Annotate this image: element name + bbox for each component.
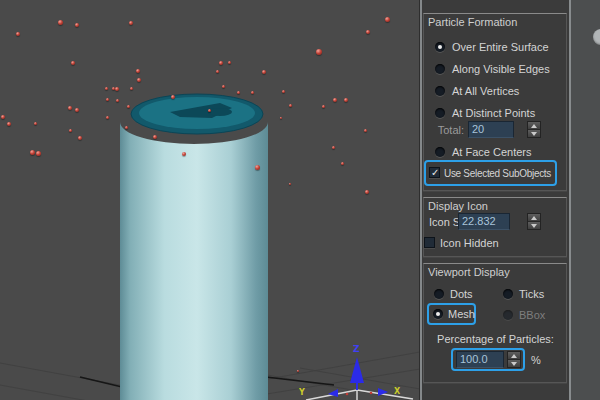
- radio-icon: [435, 108, 445, 118]
- particle: [237, 91, 240, 94]
- radio-icon: [435, 42, 445, 52]
- radio-label: At Distinct Points: [452, 107, 535, 119]
- radio-label: At All Vertices: [452, 85, 519, 97]
- particle: [129, 21, 133, 25]
- particle: [322, 105, 325, 108]
- particle: [75, 23, 79, 27]
- spinner-up[interactable]: [508, 352, 520, 359]
- particle: [332, 146, 335, 149]
- particle: [255, 165, 260, 170]
- spinner-up[interactable]: [528, 122, 540, 129]
- particle: [71, 61, 75, 65]
- particle: [341, 162, 344, 165]
- percentage-field[interactable]: 100.0: [456, 351, 504, 368]
- particle: [112, 87, 115, 90]
- particle: [106, 98, 109, 101]
- icon-size-spinner[interactable]: [527, 213, 541, 230]
- particle: [282, 90, 285, 93]
- particle: [127, 105, 130, 108]
- particle: [16, 32, 20, 36]
- particle: [125, 126, 128, 129]
- total-field[interactable]: 20: [468, 121, 514, 138]
- particles-layer: [0, 0, 420, 400]
- particle: [182, 152, 186, 156]
- total-label: Total:: [432, 124, 464, 136]
- particle: [137, 78, 141, 82]
- group-title: Display Icon: [428, 200, 488, 212]
- radio-icon: [503, 310, 513, 320]
- viewport-3d[interactable]: Z Y X: [0, 0, 420, 400]
- particle: [106, 116, 109, 119]
- group-title: Viewport Display: [428, 266, 510, 278]
- radio-label: At Face Centers: [452, 146, 531, 158]
- particle: [208, 109, 211, 112]
- particle: [219, 61, 223, 65]
- particle: [36, 151, 41, 156]
- group-title: Particle Formation: [428, 16, 517, 28]
- checkbox-label: Use Selected SubObjects: [444, 168, 551, 180]
- radio-icon: [434, 289, 444, 299]
- radio-icon: [503, 289, 513, 299]
- percent-sign: %: [531, 354, 541, 366]
- radio-icon: [435, 147, 445, 157]
- particle: [1, 115, 5, 119]
- particle: [153, 135, 157, 139]
- checkbox-label: Icon Hidden: [440, 237, 499, 249]
- particle: [69, 129, 72, 132]
- particle: [130, 87, 133, 90]
- particle: [289, 183, 291, 185]
- particle: [251, 91, 254, 94]
- checkbox-icon: [429, 167, 440, 178]
- particle: [333, 98, 337, 102]
- spinner-down[interactable]: [528, 129, 540, 137]
- particle: [34, 122, 37, 125]
- radio-icon: [433, 309, 443, 319]
- particle: [216, 70, 219, 73]
- particle: [364, 129, 367, 132]
- checkbox-icon: [424, 237, 435, 248]
- particle: [105, 87, 108, 90]
- radio-label: Over Entire Surface: [452, 41, 549, 53]
- particle: [289, 104, 292, 107]
- particle: [316, 49, 322, 55]
- particle: [116, 99, 119, 102]
- spinner-down[interactable]: [508, 359, 520, 367]
- particle: [136, 69, 140, 73]
- particle: [7, 122, 11, 126]
- icon-size-field[interactable]: 22.832: [458, 213, 510, 230]
- percentage-of-particles-label: Percentage of Particles:: [423, 333, 568, 345]
- radio-label: Ticks: [519, 288, 544, 300]
- particle: [171, 95, 175, 99]
- particle: [365, 190, 369, 194]
- particle: [30, 150, 35, 155]
- radio-label: Mesh: [448, 308, 475, 320]
- percentage-spinner[interactable]: [507, 351, 521, 368]
- spinner-up[interactable]: [528, 214, 540, 221]
- radio-label: Along Visible Edges: [452, 63, 550, 75]
- particle: [228, 61, 231, 64]
- particle: [262, 70, 266, 74]
- panel-right-gutter: [571, 0, 600, 400]
- particle: [366, 30, 370, 34]
- particle: [297, 370, 299, 372]
- radio-label: Dots: [450, 288, 473, 300]
- radio-icon: [435, 64, 445, 74]
- particle: [344, 98, 348, 102]
- panel-right-edge: [569, 0, 571, 400]
- particle: [115, 87, 119, 91]
- particle: [75, 108, 79, 112]
- spinner-down[interactable]: [528, 221, 540, 229]
- particle: [280, 117, 282, 119]
- particle: [222, 85, 225, 88]
- total-spinner[interactable]: [527, 121, 541, 138]
- radio-icon: [435, 86, 445, 96]
- radio-label: BBox: [519, 309, 545, 321]
- particle: [385, 17, 390, 22]
- particle: [58, 20, 63, 25]
- particle: [78, 136, 82, 140]
- particle: [68, 106, 72, 110]
